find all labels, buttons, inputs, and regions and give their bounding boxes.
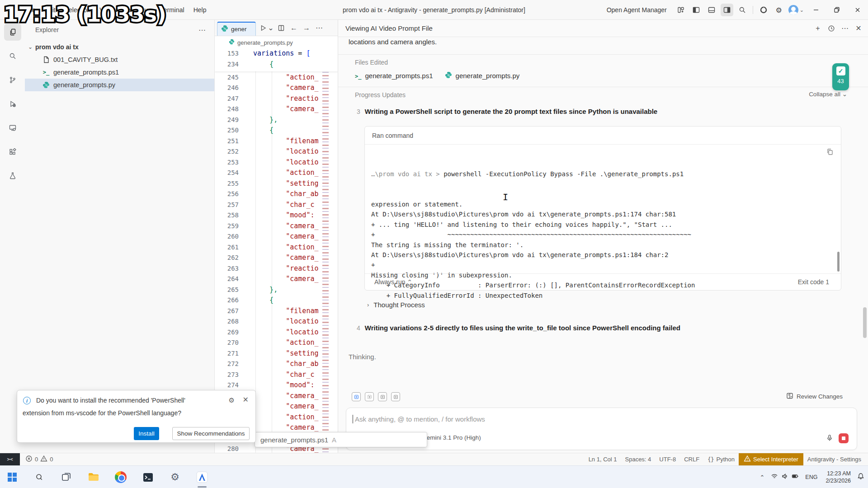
file-item-generate_prompts.ps1[interactable]: >_generate_prompts.ps1 bbox=[25, 66, 214, 79]
show-recommendations-button[interactable]: Show Recommendations bbox=[172, 427, 250, 440]
tree-root-folder[interactable]: ⌄ prom vdo ai tx bbox=[25, 41, 214, 53]
assist-badge[interactable]: ✓ 43 bbox=[832, 63, 849, 90]
taskbar-search[interactable] bbox=[31, 469, 48, 486]
history-attachment-icon[interactable] bbox=[391, 392, 400, 401]
menu-file[interactable]: File bbox=[21, 6, 40, 14]
file-explorer-app[interactable] bbox=[85, 469, 102, 486]
terminal-app[interactable] bbox=[139, 469, 156, 486]
progress-step-4[interactable]: 4 Writing variations 2-5 directly to fil… bbox=[357, 324, 809, 332]
new-conversation-icon[interactable]: + bbox=[813, 23, 823, 33]
chrome-app[interactable] bbox=[112, 469, 129, 486]
toggle-left-sidebar-icon[interactable] bbox=[690, 4, 703, 16]
notification-settings-icon[interactable]: ⚙ bbox=[229, 396, 235, 404]
code-text: "reactio bbox=[253, 94, 319, 103]
warning-icon bbox=[744, 455, 751, 464]
image-attachment-icon[interactable] bbox=[378, 392, 387, 401]
file-attachment-icon[interactable] bbox=[352, 392, 361, 401]
files-icon[interactable] bbox=[4, 23, 21, 41]
divider bbox=[338, 87, 868, 87]
status-crlf[interactable]: CRLF bbox=[680, 453, 703, 465]
run-file-icon[interactable] bbox=[258, 23, 269, 33]
close-icon[interactable]: ✕ bbox=[854, 23, 863, 33]
search-icon[interactable] bbox=[736, 4, 749, 16]
menu-view[interactable]: View bbox=[95, 6, 118, 14]
settings-gear-icon[interactable]: ⚙ bbox=[773, 4, 785, 16]
thought-process-toggle[interactable]: › Thought Process bbox=[367, 301, 425, 309]
wifi-icon bbox=[771, 473, 778, 482]
menu-run[interactable]: Run bbox=[135, 6, 156, 14]
tab-generate-prompts-py[interactable]: gener bbox=[217, 22, 256, 36]
problems-indicator[interactable]: 0 0 bbox=[25, 453, 53, 465]
restore-button[interactable] bbox=[826, 0, 847, 20]
more-actions-icon[interactable]: ⋯ bbox=[314, 23, 325, 33]
card-scrollbar[interactable] bbox=[837, 252, 840, 272]
start-button[interactable] bbox=[4, 469, 21, 486]
menu-terminal[interactable]: Terminal bbox=[156, 6, 189, 14]
toggle-right-sidebar-icon[interactable] bbox=[721, 4, 733, 16]
open-agent-manager-button[interactable]: Open Agent Manager bbox=[607, 6, 667, 14]
menu-help[interactable]: Help bbox=[189, 6, 211, 14]
minimize-button[interactable] bbox=[806, 0, 826, 20]
tray-expand-icon[interactable]: ⌃ bbox=[758, 474, 766, 481]
stop-button[interactable] bbox=[839, 433, 849, 443]
menu-go[interactable]: Go bbox=[118, 6, 135, 14]
status-python[interactable]: {}Python bbox=[703, 453, 739, 465]
template-icon[interactable] bbox=[365, 392, 374, 401]
install-button[interactable]: Install bbox=[134, 427, 159, 440]
more-actions-icon[interactable]: ⋯ bbox=[840, 23, 850, 33]
extensions-icon[interactable] bbox=[4, 143, 21, 160]
terminal-output: …\prom vdo ai tx > powershell -Execution… bbox=[371, 149, 828, 321]
file-item-001_CAVITY_BUG.txt[interactable]: 001_CAVITY_BUG.txt bbox=[25, 53, 214, 66]
minimap[interactable] bbox=[321, 71, 335, 453]
menu-edit[interactable]: Edit bbox=[40, 6, 60, 14]
history-icon[interactable] bbox=[826, 23, 836, 33]
status-antigravity-settings[interactable]: Antigravity - Settings bbox=[803, 453, 865, 465]
status-select-interpreter[interactable]: Select Interpreter bbox=[739, 453, 803, 465]
always-run-button[interactable]: Always run ⌃ bbox=[374, 278, 412, 286]
file-item-generate_prompts.py[interactable]: generate_prompts.py bbox=[25, 79, 214, 91]
beaker-icon[interactable] bbox=[4, 167, 21, 184]
status-spaces-4[interactable]: Spaces: 4 bbox=[621, 453, 656, 465]
search-icon[interactable] bbox=[4, 47, 21, 65]
title-bar: FileEditSelectionViewGoRunTerminalHelp p… bbox=[0, 0, 868, 20]
status-ln-1-col-1[interactable]: Ln 1, Col 1 bbox=[585, 453, 621, 465]
run-debug-icon[interactable] bbox=[4, 95, 21, 113]
browser-icon[interactable] bbox=[757, 4, 770, 16]
close-button[interactable] bbox=[847, 0, 868, 20]
clock[interactable]: 12:23 AM 2/23/2026 bbox=[824, 470, 853, 484]
panel-scrollbar[interactable] bbox=[863, 307, 867, 338]
code-text: "locatio bbox=[253, 317, 319, 325]
status-bar: >< 0 0 Ln 1, Col 1Spaces: 4UTF-8CRLF{}Py… bbox=[0, 453, 868, 465]
toggle-bottom-panel-icon[interactable] bbox=[705, 4, 718, 16]
antigravity-app[interactable] bbox=[193, 469, 211, 486]
run-dropdown-icon[interactable]: ⌄ bbox=[268, 23, 274, 33]
split-editor-icon[interactable] bbox=[276, 23, 287, 33]
remote-indicator[interactable]: >< bbox=[0, 453, 20, 465]
avatar[interactable] bbox=[788, 5, 798, 15]
progress-step-3[interactable]: 3 Writing a PowerShell script to generat… bbox=[357, 108, 791, 115]
language-indicator[interactable]: ENG bbox=[803, 474, 819, 480]
forward-icon[interactable]: → bbox=[301, 23, 312, 33]
notification-center-icon[interactable] bbox=[857, 473, 864, 482]
back-icon[interactable]: ← bbox=[288, 23, 299, 33]
breadcrumb[interactable]: generate_prompts.py bbox=[215, 36, 338, 49]
menu-selection[interactable]: Selection bbox=[60, 6, 95, 14]
account-menu[interactable]: ⌄ bbox=[788, 5, 804, 15]
collapse-all-button[interactable]: Collapse all ⌄ bbox=[809, 90, 847, 98]
status-utf-8[interactable]: UTF-8 bbox=[655, 453, 680, 465]
review-changes-button[interactable]: Review Changes bbox=[786, 392, 843, 401]
tray-status-icons[interactable] bbox=[771, 473, 799, 482]
more-actions-icon[interactable]: ⋯ bbox=[198, 26, 206, 34]
settings-app[interactable]: ⚙ bbox=[166, 469, 184, 486]
edited-file-generate_prompts.ps1[interactable]: >_generate_prompts.ps1 bbox=[355, 72, 433, 80]
microphone-icon[interactable] bbox=[826, 434, 833, 443]
remote-explorer-icon[interactable] bbox=[4, 119, 21, 136]
source-control-icon[interactable] bbox=[4, 71, 21, 89]
code-text: "camera_ bbox=[253, 423, 319, 432]
layout-grid-icon[interactable] bbox=[675, 4, 687, 16]
task-view-button[interactable] bbox=[58, 469, 75, 486]
code-line: 257 "char_c bbox=[215, 201, 338, 211]
edited-file-generate_prompts.py[interactable]: generate_prompts.py bbox=[445, 71, 520, 80]
close-icon[interactable]: ✕ bbox=[243, 395, 249, 404]
code-text: "camera_ bbox=[253, 392, 319, 400]
